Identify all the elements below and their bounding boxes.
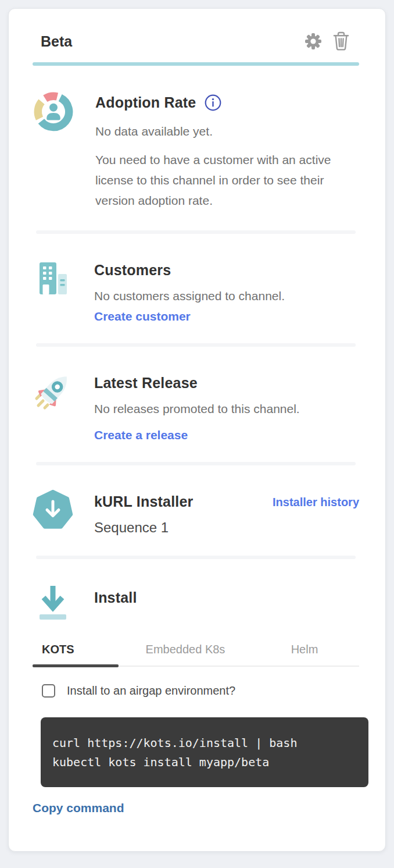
delete-button[interactable] bbox=[331, 31, 351, 52]
donut-chart-user-icon bbox=[33, 90, 74, 211]
code-line: kubectl kots install myapp/beta bbox=[52, 753, 357, 772]
latest-release-title-row: Latest Release bbox=[94, 375, 359, 392]
trash-icon bbox=[332, 31, 350, 51]
tab-helm[interactable]: Helm bbox=[252, 643, 357, 656]
customers-title: Customers bbox=[94, 262, 171, 279]
adoption-rate-section: Adoption Rate No data available yet. You… bbox=[33, 90, 359, 211]
adoption-rate-hint-text: You need to have a customer with an acti… bbox=[95, 150, 358, 211]
tab-kots[interactable]: KOTS bbox=[33, 643, 119, 656]
section-divider bbox=[36, 343, 356, 347]
installer-history-link[interactable]: Installer history bbox=[273, 496, 359, 509]
adoption-rate-content: Adoption Rate No data available yet. You… bbox=[95, 90, 359, 211]
tab-embedded-k8s[interactable]: Embedded K8s bbox=[119, 643, 252, 656]
adoption-rate-title: Adoption Rate bbox=[95, 94, 196, 111]
latest-release-title: Latest Release bbox=[94, 375, 198, 392]
active-tab-indicator bbox=[33, 664, 119, 667]
adoption-rate-title-row: Adoption Rate bbox=[95, 94, 359, 112]
kurl-installer-content: kURL Installer Installer history Sequenc… bbox=[94, 490, 359, 536]
section-divider bbox=[36, 556, 356, 559]
customers-title-row: Customers bbox=[94, 262, 359, 279]
section-divider bbox=[36, 230, 356, 234]
install-title-row: Install bbox=[94, 589, 359, 606]
customers-section: Customers No customers assigned to chann… bbox=[33, 258, 359, 323]
info-icon[interactable] bbox=[204, 94, 222, 112]
kurl-title-row: kURL Installer Installer history bbox=[94, 490, 359, 510]
install-command-code-block: curl https://kots.io/install | bash kube… bbox=[41, 717, 368, 787]
adoption-rate-empty-text: No data available yet. bbox=[95, 121, 359, 141]
install-title: Install bbox=[94, 589, 137, 606]
latest-release-section: Latest Release No releases promoted to t… bbox=[33, 371, 359, 442]
kurl-installer-section: kURL Installer Installer history Sequenc… bbox=[33, 490, 359, 536]
download-heptagon-icon bbox=[33, 490, 73, 536]
latest-release-empty-text: No releases promoted to this channel. bbox=[94, 399, 359, 419]
kurl-installer-title: kURL Installer bbox=[94, 493, 193, 510]
buildings-icon bbox=[33, 258, 73, 323]
copy-command-link[interactable]: Copy command bbox=[33, 801, 124, 815]
header-actions bbox=[303, 31, 351, 52]
installer-sequence: Sequence 1 bbox=[94, 520, 359, 536]
customers-empty-text: No customers assigned to channel. bbox=[94, 286, 359, 306]
code-line: curl https://kots.io/install | bash bbox=[52, 734, 357, 753]
gear-icon bbox=[304, 32, 323, 51]
settings-button[interactable] bbox=[303, 31, 323, 52]
card-header: Beta bbox=[33, 31, 359, 52]
channel-color-bar bbox=[33, 62, 359, 66]
create-release-link[interactable]: Create a release bbox=[94, 428, 188, 442]
airgap-label[interactable]: Install to an airgap environment? bbox=[67, 684, 235, 698]
create-customer-link[interactable]: Create customer bbox=[94, 310, 191, 323]
install-tabs: KOTS Embedded K8s Helm bbox=[33, 643, 359, 667]
download-arrow-icon bbox=[33, 582, 73, 623]
airgap-row: Install to an airgap environment? bbox=[33, 684, 359, 698]
install-content: Install bbox=[94, 582, 359, 623]
section-divider bbox=[36, 462, 356, 465]
install-section: Install bbox=[33, 582, 359, 623]
channel-card: Beta bbox=[8, 8, 386, 852]
rocket-icon bbox=[33, 371, 73, 442]
channel-title: Beta bbox=[41, 33, 72, 50]
airgap-checkbox[interactable] bbox=[42, 684, 55, 698]
customers-content: Customers No customers assigned to chann… bbox=[94, 258, 359, 323]
latest-release-content: Latest Release No releases promoted to t… bbox=[94, 371, 359, 442]
